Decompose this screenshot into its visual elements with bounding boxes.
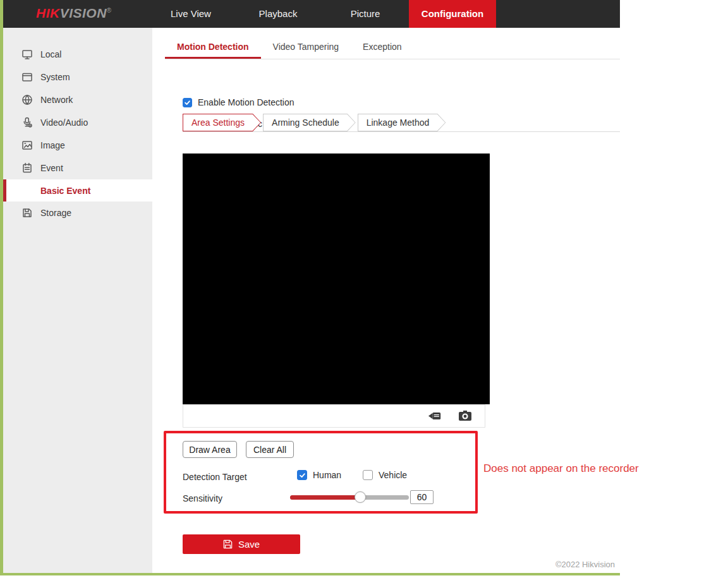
nav-configuration[interactable]: Configuration [409, 0, 496, 28]
clear-all-button[interactable]: Clear All [246, 441, 294, 458]
sidebar-item-label: Basic Event [40, 186, 90, 196]
logo-hik: HIK [36, 6, 60, 20]
copyright-footer: ©2022 Hikvision [555, 560, 615, 569]
notepad-icon [21, 162, 33, 174]
vehicle-label: Vehicle [379, 470, 407, 480]
save-floppy-icon [223, 539, 233, 549]
save-button-label: Save [238, 539, 260, 550]
sidebar-item-image[interactable]: Image [3, 134, 152, 157]
save-button[interactable]: Save [183, 534, 300, 554]
subtab-label: Area Settings [183, 114, 261, 131]
window-icon [21, 71, 33, 83]
human-label: Human [313, 470, 341, 480]
microphone-icon [21, 117, 33, 128]
draw-area-button[interactable]: Draw Area [183, 441, 237, 458]
subtab-arming-schedule[interactable]: Arming Schedule [263, 114, 356, 131]
subtab-label: Arming Schedule [263, 114, 356, 131]
tab-exception[interactable]: Exception [351, 36, 413, 59]
enable-motion-detection-row: Enable Motion Detection [183, 97, 294, 107]
sensitivity-value-input[interactable] [410, 490, 434, 504]
sidebar-item-label: Local [40, 49, 61, 59]
human-checkbox[interactable] [297, 470, 307, 480]
slider-fill [290, 495, 360, 500]
subtab-label: Linkage Method [358, 114, 446, 131]
detection-target-label: Detection Target [183, 472, 247, 482]
sidebar-item-storage[interactable]: Storage [3, 202, 152, 224]
nav-picture[interactable]: Picture [322, 0, 409, 28]
sidebar-item-label: System [40, 72, 70, 82]
preview-toolbar [183, 404, 485, 428]
enable-motion-detection-checkbox[interactable] [183, 98, 192, 107]
sidebar-item-video-audio[interactable]: Video/Audio [3, 111, 152, 134]
floppy-icon [21, 207, 33, 219]
preview-toolbar-icons [428, 405, 472, 427]
video-preview-canvas[interactable] [183, 154, 490, 404]
image-icon [21, 140, 33, 151]
sidebar-item-label: Network [40, 95, 73, 105]
app-window: HIKVISION® Live View Playback Picture Co… [0, 0, 620, 575]
target-human: Human [297, 470, 341, 480]
subtab-linkage-method[interactable]: Linkage Method [358, 114, 446, 131]
logo-vision: VISION [60, 6, 107, 20]
target-vehicle: Vehicle [363, 470, 407, 480]
annotation-note: Does not appear on the recorder [483, 462, 639, 475]
slider-track[interactable] [290, 495, 409, 500]
sidebar-item-network[interactable]: Network [3, 88, 152, 111]
sidebar-item-local[interactable]: Local [3, 43, 152, 66]
main-nav: Live View Playback Picture Configuration [147, 0, 496, 28]
subtab-area-settings[interactable]: Area Settings [183, 114, 261, 131]
hikvision-logo: HIKVISION® [36, 6, 112, 21]
sidebar-item-label: Event [40, 163, 63, 173]
sidebar-item-label: Video/Audio [40, 117, 88, 128]
nav-live-view[interactable]: Live View [147, 0, 234, 28]
vehicle-checkbox[interactable] [363, 470, 373, 480]
sidebar: Local System Network Video/Audio [3, 28, 152, 573]
tab-video-tampering[interactable]: Video Tampering [261, 36, 351, 59]
sensitivity-label: Sensitivity [183, 493, 222, 503]
globe-icon [21, 94, 33, 105]
sensitivity-slider-thumb[interactable] [355, 491, 366, 503]
snapshot-icon[interactable] [458, 411, 472, 421]
settings-subtabs: Area Settings Arming Schedule Linkage Me… [183, 114, 620, 132]
video-record-icon[interactable] [428, 411, 442, 421]
sidebar-item-label: Storage [40, 208, 71, 218]
nav-playback[interactable]: Playback [234, 0, 322, 28]
enable-motion-detection-label: Enable Motion Detection [198, 97, 294, 107]
sidebar-item-label: Image [40, 140, 65, 150]
event-tabs: Motion Detection Video Tampering Excepti… [165, 36, 620, 59]
sidebar-item-system[interactable]: System [3, 66, 152, 88]
sidebar-item-basic-event[interactable]: Basic Event [3, 179, 152, 202]
sidebar-item-event[interactable]: Event [3, 157, 152, 179]
sensitivity-slider[interactable] [290, 491, 409, 503]
monitor-icon [21, 49, 33, 60]
top-header: HIKVISION® Live View Playback Picture Co… [3, 0, 620, 28]
tab-motion-detection[interactable]: Motion Detection [165, 36, 261, 59]
registered-mark: ® [107, 7, 112, 14]
content-area: Motion Detection Video Tampering Excepti… [152, 28, 620, 573]
